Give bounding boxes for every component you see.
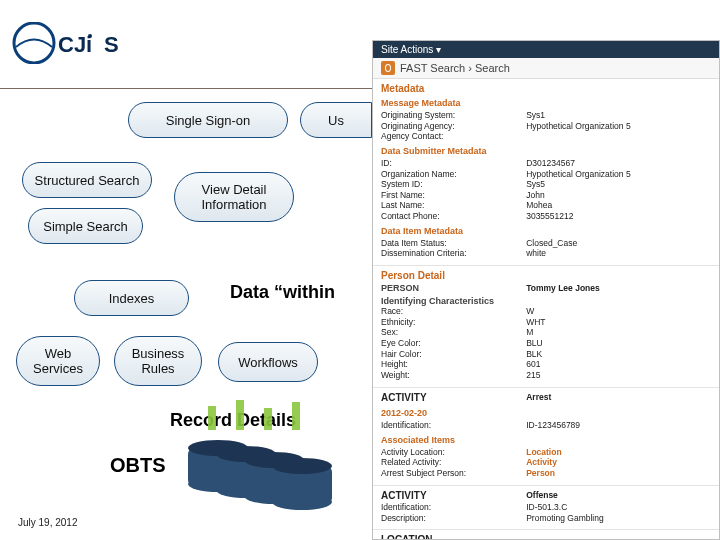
breadcrumb: FAST Search › Search (373, 58, 719, 79)
v (526, 131, 711, 142)
subtitle-item-metadata: Data Item Metadata (381, 226, 711, 236)
v: WHT (526, 317, 711, 328)
pill-workflows: Workflows (218, 342, 318, 382)
location-heading: LOCATION (381, 534, 711, 540)
pill-simple-search: Simple Search (28, 208, 143, 244)
detail-panel: Site Actions ▾ FAST Search › Search Meta… (372, 40, 720, 540)
v: Promoting Gambling (526, 513, 711, 524)
k: Race: (381, 306, 526, 317)
sharepoint-site-actions[interactable]: Site Actions ▾ (373, 41, 719, 58)
v: 601 (526, 359, 711, 370)
slide-date: July 19, 2012 (18, 517, 78, 528)
v[interactable]: Activity (526, 457, 711, 468)
k: Identification: (381, 502, 526, 513)
activity-heading: ACTIVITY (381, 392, 427, 403)
k: Agency Contact: (381, 131, 526, 142)
activity-heading: ACTIVITY (381, 490, 427, 501)
k: Contact Phone: (381, 211, 526, 222)
k: Eye Color: (381, 338, 526, 349)
k: Dissemination Criteria: (381, 248, 526, 259)
section-title: Metadata (381, 83, 711, 94)
v[interactable]: Person (526, 468, 711, 479)
v: Hypothetical Organization 5 (526, 121, 711, 132)
k: Related Activity: (381, 457, 526, 468)
k: Originating Agency: (381, 121, 526, 132)
v: D301234567 (526, 158, 711, 169)
v: 215 (526, 370, 711, 381)
k: Data Item Status: (381, 238, 526, 249)
k: Weight: (381, 370, 526, 381)
pill-structured-search: Structured Search (22, 162, 152, 198)
activity-name: Offense (526, 490, 711, 503)
v: ID-123456789 (526, 420, 711, 431)
section-title: Person Detail (381, 270, 711, 281)
v: white (526, 248, 711, 259)
v: Sys1 (526, 110, 711, 121)
subtitle-submitter-metadata: Data Submitter Metadata (381, 146, 711, 156)
v: M (526, 327, 711, 338)
section-activity-offense: ACTIVITYOffense Identification:ID-501.3.… (373, 486, 719, 531)
v[interactable]: Location (526, 447, 711, 458)
section-person: Person Detail PERSONTommy Lee Jones Iden… (373, 266, 719, 388)
k: Hair Color: (381, 349, 526, 360)
section-location: LOCATION Location Street:123 ABC Street … (373, 530, 719, 540)
k: First Name: (381, 190, 526, 201)
v: Hypothetical Organization 5 (526, 169, 711, 180)
k: Sex: (381, 327, 526, 338)
database-stack (188, 430, 338, 512)
v: Closed_Case (526, 238, 711, 249)
subtitle-message-metadata: Message Metadata (381, 98, 711, 108)
label-record-details: Record Details (170, 410, 296, 431)
person-name: Tommy Lee Jones (526, 283, 711, 294)
v: W (526, 306, 711, 317)
label-data-within: Data “within (230, 282, 335, 303)
v: Sys5 (526, 179, 711, 190)
k: Height: (381, 359, 526, 370)
k: Organization Name: (381, 169, 526, 180)
pill-view-detail: View Detail Information (174, 172, 294, 222)
pill-users-truncated: Us (300, 102, 372, 138)
cjis-logo: CJi S (12, 22, 142, 64)
svg-text:S: S (104, 32, 119, 57)
pill-indexes: Indexes (74, 280, 189, 316)
search-icon (381, 61, 395, 75)
pill-business-rules: Business Rules (114, 336, 202, 386)
svg-text:CJi: CJi (58, 32, 92, 57)
k: Activity Location: (381, 447, 526, 458)
breadcrumb-text: FAST Search › Search (400, 62, 510, 74)
k: Last Name: (381, 200, 526, 211)
section-activity-arrest: ACTIVITYArrest 2012-02-20 Identification… (373, 388, 719, 486)
k: System ID: (381, 179, 526, 190)
k: Identification: (381, 420, 526, 431)
pill-web-services: Web Services (16, 336, 100, 386)
svg-point-3 (88, 34, 92, 38)
pill-single-sign-on: Single Sign-on (128, 102, 288, 138)
k: Description: (381, 513, 526, 524)
section-metadata: Metadata Message Metadata Originating Sy… (373, 79, 719, 266)
identifying-label: Identifying Characteristics (381, 296, 711, 306)
activity-date: 2012-02-20 (381, 408, 711, 418)
k: Ethnicity: (381, 317, 526, 328)
v: BLK (526, 349, 711, 360)
v: John (526, 190, 711, 201)
k: Arrest Subject Person: (381, 468, 526, 479)
person-heading: PERSON (381, 283, 419, 293)
label-obts: OBTS (110, 454, 166, 477)
v: ID-501.3.C (526, 502, 711, 513)
architecture-diagram: Single Sign-on Us Structured Search Simp… (0, 90, 372, 530)
k: ID: (381, 158, 526, 169)
assoc-title: Associated Items (381, 435, 711, 445)
k: Originating System: (381, 110, 526, 121)
v: Mohea (526, 200, 711, 211)
activity-name: Arrest (526, 392, 711, 405)
v: 3035551212 (526, 211, 711, 222)
v: BLU (526, 338, 711, 349)
